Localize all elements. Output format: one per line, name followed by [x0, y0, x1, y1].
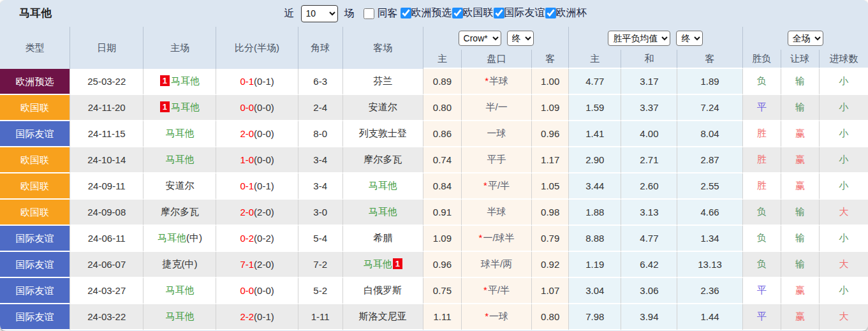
- page-title: 马耳他: [19, 0, 52, 27]
- home-team-cell: 马耳他(中): [143, 226, 216, 252]
- home-team-name[interactable]: 马耳他: [165, 284, 194, 295]
- competition-type-badge: 国际友谊: [0, 304, 70, 330]
- euro-home-odds: 1.88: [569, 200, 621, 226]
- euro-draw-odds: 2.60: [621, 173, 677, 200]
- goals-result: 小: [820, 95, 868, 121]
- asian-away-odds: 0.92: [532, 252, 569, 278]
- home-team-name[interactable]: 马耳他: [171, 101, 200, 112]
- competition-type-badge: 国际友谊: [0, 226, 70, 252]
- away-team-name[interactable]: 摩尔多瓦: [364, 154, 402, 165]
- away-team-name[interactable]: 白俄罗斯: [364, 284, 402, 295]
- home-team-name[interactable]: 马耳他: [165, 311, 194, 321]
- euro-draw-odds: 6.42: [621, 252, 677, 278]
- euro-draw-odds: 4.77: [621, 226, 677, 252]
- competition-checkbox[interactable]: [401, 8, 411, 18]
- same-away-filter[interactable]: 同客: [364, 7, 398, 20]
- away-team-name[interactable]: 斯洛文尼亚: [359, 311, 407, 321]
- match-score: 0-1(0-1): [216, 173, 298, 200]
- subcol-asian-away: 客: [532, 50, 569, 69]
- same-away-checkbox[interactable]: [364, 8, 374, 19]
- euro-odds-time-select[interactable]: 终: [676, 31, 703, 46]
- half-time-score: (0-0): [254, 102, 274, 113]
- subcol-euro-away: 客: [677, 50, 742, 69]
- handicap-result: 输: [781, 95, 820, 121]
- euro-away-odds: 13.13: [677, 252, 742, 278]
- half-time-score: (2-0): [254, 207, 274, 217]
- recent-count-select[interactable]: 10: [301, 5, 338, 22]
- competition-type-badge: 国际友谊: [0, 278, 70, 304]
- competition-label: 欧洲杯: [556, 6, 587, 20]
- asian-odds-company-select[interactable]: Crow*: [459, 31, 501, 46]
- goals-result: 小: [820, 278, 868, 304]
- competition-filter-3[interactable]: 欧洲杯: [545, 6, 587, 20]
- match-row: 欧洲预选 25-03-22 1马耳他 0-1(0-1) 6-3 芬兰 0.89 …: [0, 69, 868, 95]
- competition-checkbox[interactable]: [545, 8, 556, 18]
- competition-type-badge: 欧国联: [0, 173, 70, 200]
- home-team-name[interactable]: 安道尔: [165, 180, 194, 191]
- half-time-score: (0-1): [254, 180, 274, 191]
- handicap-star-icon: *: [483, 284, 487, 295]
- topbar: 马耳他 近 10 场 同客 欧洲预选欧国联国际友谊欧洲杯: [0, 0, 868, 27]
- half-time-score: (0-1): [254, 76, 274, 87]
- away-team-name[interactable]: 安道尔: [369, 101, 397, 112]
- match-history-table: 类型 日期 主场 比分(半场) 角球 客场 Crow* 终 胜平负均值 终: [0, 27, 868, 330]
- asian-odds-time-select[interactable]: 终: [507, 31, 534, 46]
- match-date: 25-03-22: [70, 69, 143, 95]
- goals-result: 小: [820, 147, 868, 173]
- away-team-name[interactable]: 马耳他: [369, 180, 397, 191]
- competition-filter-2[interactable]: 国际友谊: [494, 6, 545, 20]
- competition-checkbox[interactable]: [494, 8, 504, 18]
- competition-filter-0[interactable]: 欧洲预选: [401, 6, 452, 20]
- asian-home-odds: 0.96: [423, 252, 462, 278]
- handicap-result: 输: [781, 200, 820, 226]
- home-team-cell: 马耳他: [143, 147, 216, 173]
- home-team-name[interactable]: 马耳他: [158, 232, 186, 243]
- home-team-name[interactable]: 马耳他: [171, 75, 200, 86]
- competition-label: 欧洲预选: [411, 6, 452, 20]
- competition-label: 欧国联: [463, 6, 494, 20]
- handicap-text: 平/半: [488, 180, 510, 191]
- asian-away-odds: 0.98: [532, 200, 569, 226]
- euro-away-odds: 1.34: [677, 226, 742, 252]
- full-time-score: 2-0: [240, 207, 254, 217]
- asian-home-odds: 0.74: [423, 147, 462, 173]
- match-row: 国际友谊 24-06-07 捷克(中) 7-1(2-0) 7-2 马耳他1 0.…: [0, 252, 868, 278]
- col-header-date: 日期: [70, 27, 143, 69]
- result-scope-select[interactable]: 全场: [788, 31, 823, 46]
- win-lose-result: 平: [743, 304, 781, 330]
- asian-away-odds: 1.05: [532, 173, 569, 200]
- match-row: 欧国联 24-10-14 马耳他 1-0(0-0) 3-4 摩尔多瓦 0.74 …: [0, 147, 868, 173]
- home-team-name[interactable]: 马耳他: [165, 128, 194, 138]
- corner-count: 2-4: [298, 95, 343, 121]
- euro-draw-odds: 3.06: [621, 278, 677, 304]
- handicap-text: 半球: [489, 75, 508, 86]
- handicap-result: 输: [781, 226, 820, 252]
- competition-filter-1[interactable]: 欧国联: [452, 6, 494, 20]
- euro-away-odds: 1.44: [677, 304, 742, 330]
- corner-count: 3-4: [298, 173, 343, 200]
- home-team-name[interactable]: 捷克: [162, 258, 181, 269]
- asian-odds-group-header: Crow* 终: [423, 27, 569, 50]
- euro-home-odds: 1.59: [569, 95, 621, 121]
- win-lose-result: 胜: [743, 173, 781, 200]
- euro-odds-group-header: 胜平负均值 终: [569, 27, 742, 50]
- euro-draw-odds: 3.37: [621, 95, 677, 121]
- away-team-name[interactable]: 列支敦士登: [359, 128, 407, 138]
- asian-handicap: 半球: [462, 200, 532, 226]
- away-team-name[interactable]: 芬兰: [373, 75, 392, 86]
- home-team-name[interactable]: 马耳他: [165, 154, 194, 165]
- home-team-cell: 1马耳他: [143, 95, 216, 121]
- asian-handicap: *平/半: [462, 173, 532, 200]
- away-team-name[interactable]: 马耳他: [369, 206, 397, 217]
- away-team-name[interactable]: 希腊: [373, 232, 392, 243]
- competition-type-badge: 国际友谊: [0, 252, 70, 278]
- home-team-name[interactable]: 摩尔多瓦: [161, 206, 199, 217]
- away-team-name[interactable]: 马耳他: [364, 258, 392, 269]
- match-score: 1-0(0-0): [216, 147, 298, 173]
- competition-checkbox[interactable]: [452, 8, 463, 18]
- full-time-score: 0-1: [240, 76, 254, 87]
- euro-odds-company-select[interactable]: 胜平负均值: [608, 31, 670, 46]
- handicap-text: 平手: [487, 154, 506, 165]
- euro-home-odds: 2.90: [569, 147, 621, 173]
- home-rank-badge: 1: [160, 75, 170, 86]
